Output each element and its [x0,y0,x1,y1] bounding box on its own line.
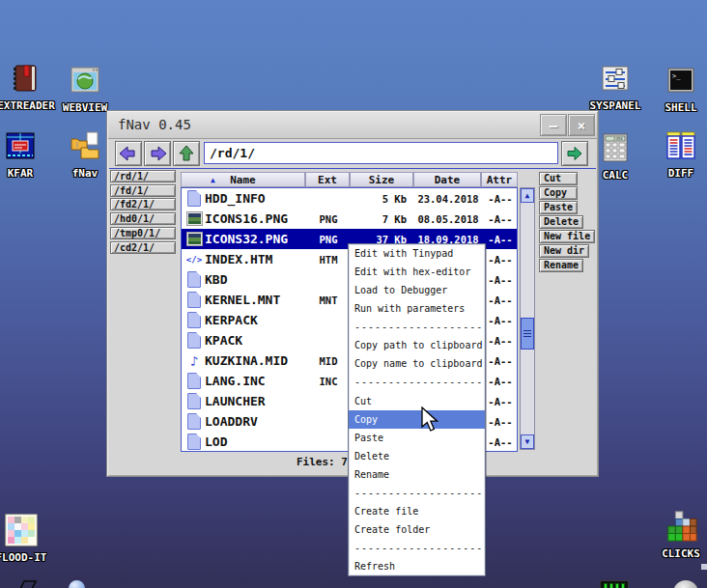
file-list-header: ▲ Name Ext Size Date Attr [181,172,518,187]
file-attr: -A-- [482,229,518,249]
path-input[interactable]: /rd/1/ [204,142,558,164]
desktop-icon-flood-it[interactable]: FLOOD-IT [0,514,55,564]
desktop-icon-clicks[interactable]: CLICKS [647,510,707,560]
menu-item-paste[interactable]: Paste [349,429,485,447]
menu-item-run-with-parameters[interactable]: Run with parameters [349,299,485,318]
scroll-up-button[interactable]: ▲ [521,188,534,203]
menu-item-copy[interactable]: Copy [349,410,485,429]
terminal-icon: >_ [665,64,697,97]
menu-separator: ------------------- [349,318,485,336]
file-type-icon [187,190,201,207]
desktop-icon-shell[interactable]: >_ SHELL [647,64,707,114]
menu-item-load-to-debugger[interactable]: Load to Debugger [349,281,485,299]
menu-item-create-folder[interactable]: Create folder [349,520,485,539]
svg-text:>_: >_ [672,72,681,80]
cut-button[interactable]: Cut [539,172,578,185]
close-button[interactable]: × [568,114,595,136]
partial-icon-cpu-monitor[interactable] [600,580,629,588]
desktop-icon-label: FLOOD-IT [0,551,46,564]
file-attr: -A-- [482,371,518,391]
column-header-ext[interactable]: Ext [305,172,350,187]
menu-item-refresh[interactable]: Refresh [349,557,485,575]
desktop-icon-diff[interactable]: DIFF [647,129,707,180]
new-file-button[interactable]: New file [539,230,595,243]
partial-icon-outline[interactable] [17,580,39,588]
file-ext [306,411,351,432]
table-row[interactable]: ICONS16.PNG PNG 7 Kb 08.05.2018 -A-- [182,209,517,229]
svg-text:2458: 2458 [613,136,623,141]
toolbar-divider [109,168,596,169]
desktop-icon-kfar[interactable]: KFAR [0,129,54,180]
up-button[interactable] [173,141,200,166]
file-ext: PNG [306,209,351,229]
desktop-icon-label: WEBVIEW [63,101,107,114]
scrollbar-thumb[interactable] [521,318,534,350]
table-row[interactable]: HDD_INFO 5 Kb 23.04.2018 -A-- [182,188,517,209]
scroll-down-button[interactable]: ▼ [521,434,534,449]
sort-arrow-icon: ▲ [211,176,215,184]
menu-item-edit-with-hex-editor[interactable]: Edit with hex-editor [349,263,485,281]
partial-icon-cd[interactable] [673,580,698,588]
desktop-icon-webview[interactable]: WEBVIEW [51,64,119,114]
drive-button-rd1[interactable]: /rd/1/ [110,170,176,182]
desktop-icon-label: KFAR [8,167,34,180]
file-ext [306,391,351,411]
drive-button-fd21[interactable]: /fd2/1/ [110,198,176,210]
vertical-scrollbar[interactable]: ▲ ▼ [520,187,535,450]
back-button[interactable] [115,141,142,166]
menu-item-delete[interactable]: Delete [349,447,485,465]
file-name: ICONS16.PNG [205,209,305,229]
menu-separator: ------------------- [349,484,485,502]
file-attr: -A-- [482,330,518,350]
book-icon [10,62,42,95]
menu-item-cut[interactable]: Cut [349,392,485,410]
partial-icon-mark [701,564,707,570]
new-dir-button[interactable]: New dir [539,244,589,258]
rename-button[interactable]: Rename [539,259,583,272]
file-name: LAUNCHER [205,391,305,411]
menu-item-rename[interactable]: Rename [349,465,485,484]
menu-item-copy-name-to-clipboard[interactable]: Copy name to clipboard [349,354,485,373]
minimize-button[interactable]: – [540,114,567,136]
file-type-icon [187,271,201,288]
status-files-count: Files: 77 [297,456,354,468]
window-titlebar[interactable]: fNav 0.45 – × [108,112,597,139]
file-ext [306,432,351,452]
drive-button-tmp01[interactable]: /tmp0/1/ [110,227,176,239]
file-name: KUZKINA.MID [205,350,305,371]
file-type-icon [187,332,201,349]
paste-button[interactable]: Paste [539,201,578,214]
file-type-icon: </> [186,255,202,265]
column-header-attr[interactable]: Attr [481,172,518,187]
drive-button-hd01[interactable]: /hd0/1/ [110,212,176,225]
file-ext [306,188,351,209]
menu-item-create-file[interactable]: Create file [349,502,485,520]
desktop-icon-label: DIFF [668,167,694,180]
drive-button-cd21[interactable]: /cd2/1/ [110,241,176,254]
file-date: 08.05.2018 [414,209,482,229]
forward-button[interactable] [144,141,171,166]
copy-button[interactable]: Copy [539,186,578,200]
desktop-icon-label: SHELL [665,101,696,114]
column-header-size[interactable]: Size [350,172,413,187]
column-header-name[interactable]: ▲ Name [181,172,305,187]
file-type-icon [187,373,201,389]
file-type-icon [186,232,203,246]
file-attr: -A-- [482,290,518,310]
partial-icon-orb[interactable] [69,580,85,588]
delete-button[interactable]: Delete [539,215,583,229]
desktop-icon-label: fNav [72,167,99,180]
desktop-icon-syspanel[interactable]: SYSPANEL [581,62,649,112]
drive-button-fd1[interactable]: /fd/1/ [110,184,176,197]
go-arrow-icon [566,146,583,161]
file-name: ICONS32.PNG [205,229,305,249]
desktop-icon-label: EXTREADER [0,99,55,112]
file-ext: MID [306,350,351,371]
file-ext: HTM [306,249,351,269]
menu-separator: ------------------- [349,539,485,557]
file-attr: -A-- [482,249,518,269]
menu-item-edit-with-tinypad[interactable]: Edit with Tinypad [349,244,485,263]
column-header-date[interactable]: Date [413,172,481,187]
menu-item-copy-path-to-clipboard[interactable]: Copy path to clipboard [349,336,485,354]
go-button[interactable] [561,141,588,166]
